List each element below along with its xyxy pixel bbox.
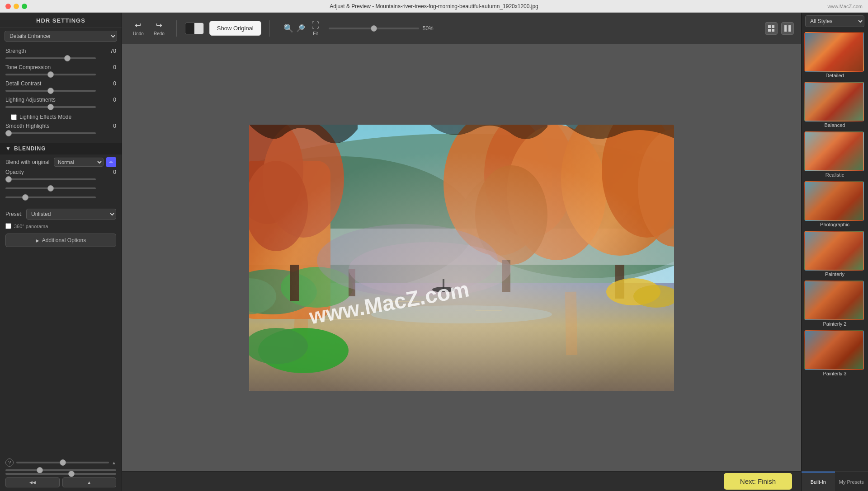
blend-mode-dropdown[interactable]: Normal Overlay Multiply Screen (54, 158, 104, 167)
smooth-highlights-row: Smooth Highlights 0 (5, 123, 116, 129)
detail-contrast-track (5, 88, 116, 94)
blend-edit-icon[interactable]: ✏ (106, 157, 116, 167)
opacity-slider[interactable] (5, 178, 96, 180)
additional-options-button[interactable]: ▶ Additional Options (5, 234, 116, 247)
redo-button[interactable]: ↪ Redo (150, 19, 168, 38)
tab-my-presets-label: My Presets (839, 479, 864, 485)
detail-contrast-value: 0 (104, 80, 116, 87)
tab-my-presets[interactable]: My Presets (835, 472, 868, 491)
tab-built-in-label: Built-In (811, 479, 826, 485)
style-item-balanced[interactable]: Balanced (804, 82, 865, 129)
opacity-value: 0 (104, 169, 116, 175)
zoom-controls: 🔍 🔎 ⛶ Fit (283, 19, 323, 38)
lighting-effects-checkbox[interactable] (11, 114, 17, 120)
maximize-button[interactable] (22, 4, 27, 9)
style-name-balanced: Balanced (804, 122, 865, 129)
style-item-detailed[interactable]: Detailed (804, 32, 865, 79)
style-item-realistic[interactable]: Realistic (804, 131, 865, 178)
undo-label: Undo (133, 31, 144, 36)
bottom-right-btn[interactable]: ▲ (62, 477, 117, 487)
svg-rect-0 (768, 25, 771, 28)
lighting-adjustments-row: Lighting Adjustments 0 (5, 97, 116, 103)
tone-compression-label: Tone Compression (5, 64, 104, 70)
columns-icon-btn[interactable] (781, 22, 794, 35)
extra-blend-slider-1[interactable] (5, 187, 96, 189)
zoom-out-icon[interactable]: 🔍 (283, 23, 293, 33)
bottom-left-btn[interactable]: ◀◀ (5, 477, 60, 487)
preset-dropdown[interactable]: Unlisted Default Drama Soft Landscape (26, 209, 116, 220)
toolbar-divider-1 (176, 20, 177, 37)
bottom-range-slider[interactable] (16, 462, 109, 463)
strength-value: 70 (104, 48, 116, 54)
close-button[interactable] (5, 4, 11, 9)
style-thumb-detailed (804, 32, 864, 72)
main-layout: HDR SETTINGS Details Enhancer Tone Compr… (0, 13, 868, 491)
grid-icon (768, 25, 774, 32)
toolbar-divider-2 (269, 20, 270, 37)
tone-compression-row: Tone Compression 0 (5, 64, 116, 70)
lighting-adjustments-slider[interactable] (5, 106, 96, 108)
style-item-painterly2[interactable]: Painterly 2 (804, 281, 865, 327)
undo-icon: ↩ (135, 20, 142, 30)
tone-compression-slider[interactable] (5, 74, 96, 75)
opacity-track (5, 176, 116, 182)
style-thumb-photographic (804, 181, 864, 221)
strength-label: Strength (5, 48, 104, 54)
smooth-highlights-slider[interactable] (5, 132, 96, 134)
preview-toggle[interactable] (185, 23, 204, 34)
extra-blend-slider-2-track (5, 194, 116, 201)
zoom-percent-label: 50% (423, 25, 439, 32)
additional-options-label: Additional Options (42, 237, 86, 243)
right-panel-tabs: Built-In My Presets (802, 471, 868, 491)
preview-half-right (194, 23, 203, 34)
next-finish-button[interactable]: Next: Finish (724, 473, 792, 490)
main-image: www.MacZ.com (249, 125, 674, 391)
svg-rect-39 (475, 310, 502, 311)
extra-blend-slider-1-track (5, 185, 116, 192)
style-thumb-painterly2 (804, 281, 864, 320)
traffic-lights (5, 4, 27, 9)
canvas-area: www.MacZ.com (122, 44, 801, 471)
zoom-slider[interactable] (329, 28, 419, 29)
detail-contrast-slider[interactable] (5, 90, 96, 92)
svg-rect-5 (788, 25, 791, 32)
fit-button[interactable]: ⛶ Fit (308, 19, 323, 38)
grid-icon-btn[interactable] (765, 22, 778, 35)
svg-rect-4 (784, 25, 787, 32)
detail-contrast-row: Detail Contrast 0 (5, 80, 116, 87)
minimize-button[interactable] (14, 4, 19, 9)
left-panel: HDR SETTINGS Details Enhancer Tone Compr… (0, 13, 122, 491)
style-thumb-realistic (804, 131, 864, 171)
blending-section-header[interactable]: ▼ BLENDING (0, 143, 122, 154)
style-item-painterly3[interactable]: Painterly 3 (804, 330, 865, 377)
zoom-in-icon[interactable]: 🔎 (296, 24, 305, 33)
show-original-button[interactable]: Show Original (209, 21, 261, 36)
smooth-highlights-track (5, 130, 116, 136)
blending-section: Blend with original Normal Overlay Multi… (0, 154, 122, 206)
panorama-checkbox[interactable] (5, 223, 11, 229)
help-icon[interactable]: ? (5, 458, 14, 467)
style-name-photographic: Photographic (804, 222, 865, 228)
strength-slider[interactable] (5, 57, 96, 59)
enhancer-dropdown[interactable]: Details Enhancer Tone Compressor Contras… (5, 31, 117, 42)
landscape-svg: www.MacZ.com (249, 125, 674, 391)
extra-blend-slider-2[interactable] (5, 196, 96, 198)
undo-redo-group: ↩ Undo ↪ Redo (129, 19, 168, 38)
right-panel: All Styles Photographic Painterly Artist… (801, 13, 868, 491)
bottom-extra-slider-2[interactable] (5, 473, 116, 475)
title-bar: Adjust & Preview - Mountains-river-trees… (0, 0, 868, 13)
blend-with-original-label: Blend with original (5, 159, 51, 165)
lighting-adjustments-label: Lighting Adjustments (5, 97, 104, 103)
panorama-label: 360° panorama (14, 224, 48, 229)
columns-icon (784, 25, 791, 32)
opacity-label: Opacity (5, 169, 104, 175)
all-styles-dropdown[interactable]: All Styles Photographic Painterly Artist… (805, 15, 864, 27)
lighting-adjustments-value: 0 (104, 97, 116, 103)
style-item-painterly[interactable]: Painterly (804, 231, 865, 278)
styles-list: Detailed Balanced Realistic Photographic… (802, 30, 868, 471)
style-item-photographic[interactable]: Photographic (804, 181, 865, 228)
bottom-slider-row-2 (5, 473, 116, 475)
collapse-icon[interactable]: ▲ (112, 460, 116, 465)
undo-button[interactable]: ↩ Undo (129, 19, 147, 38)
tab-built-in[interactable]: Built-In (802, 472, 835, 491)
